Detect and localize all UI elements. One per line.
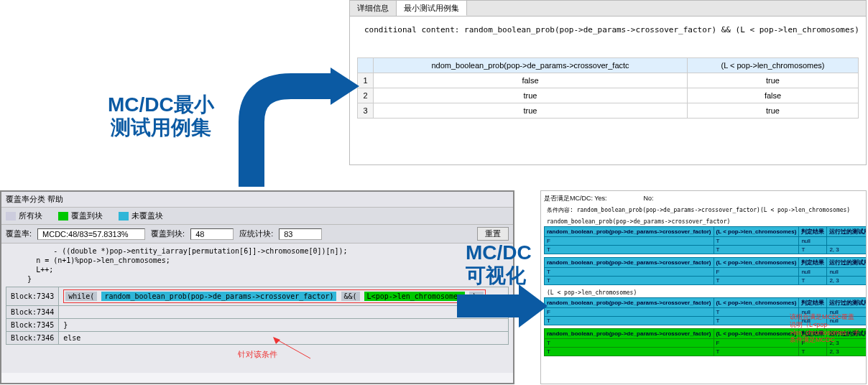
block-label: Block:7345 (6, 319, 59, 332)
table-row: 1 false true (358, 73, 859, 88)
source-area: - ((double *)pop->entity_iarray[permutat… (1, 243, 513, 373)
testcase-table: ndom_boolean_prob(pop->de_params->crosso… (357, 57, 859, 119)
vis-cond: 条件内容: random_boolean_prob(pop->de_params… (547, 206, 863, 214)
cell: T (545, 317, 714, 325)
mcdc-visualization-panel: 是否满足MC/DC: Yes: No: 条件内容: random_boolean… (540, 190, 867, 384)
cell: 2, 3 (827, 348, 867, 356)
cell: T (545, 339, 714, 348)
cell: F (545, 237, 714, 246)
th: 判定结果 (799, 258, 827, 268)
block-row: Block:7345 } (6, 319, 509, 332)
label-line: MC/DC (466, 241, 532, 264)
cell: T (545, 277, 714, 285)
minimal-testcase-panel: 详细信息 最小测试用例集 conditional content: random… (349, 0, 867, 165)
src-line: - ((double *)pop->entity_iarray[permutat… (6, 246, 509, 256)
src-line: L++; (6, 265, 509, 274)
th: random_boolean_prob(pop->de_params->cros… (545, 227, 714, 237)
cell: T (799, 246, 827, 254)
cell: false (688, 88, 859, 103)
block-label: Block:7343 (6, 287, 59, 306)
block-row: Block:7346 else (6, 332, 509, 345)
callout-text: 针对该条件 (6, 349, 509, 360)
cond2: L<pop->len_chromosomes (364, 292, 465, 301)
block-cond: while( random_boolean_prob(pop->de_param… (59, 287, 509, 306)
while-prefix: while( (65, 292, 97, 301)
th: random_boolean_prob(pop->de_params->cros… (545, 258, 714, 268)
legend-covered-swatch (58, 212, 68, 221)
covered-value: 48 (190, 228, 234, 240)
cell: T (714, 277, 799, 285)
block-label: Block:7346 (6, 332, 59, 345)
reset-button[interactable]: 重置 (477, 227, 509, 241)
table-row: 3 true true (358, 103, 859, 119)
cell: F (714, 268, 799, 277)
cell: T (545, 246, 714, 254)
cell: T (799, 348, 827, 356)
th: random_boolean_prob(pop->de_params->cros… (545, 298, 714, 308)
th: 判定结果 (799, 298, 827, 308)
covered-label: 覆盖到块: (151, 228, 185, 239)
tab-detail[interactable]: 详细信息 (350, 1, 397, 16)
block-row: Block:7343 while( random_boolean_prob(po… (6, 287, 509, 306)
conditional-label: conditional content: (364, 25, 459, 34)
coverage-panel: 覆盖率分类 帮助 所有块 覆盖到块 未覆盖块 覆盖率: MCDC:48/83=5… (0, 190, 514, 384)
cell: T (714, 348, 799, 356)
total-label: 应统计块: (239, 228, 273, 239)
label-line: 测试用例集 (108, 116, 214, 139)
cell: null (827, 268, 867, 277)
rate-value: MCDC:48/83=57.8313% (37, 228, 145, 240)
svg-rect-2 (457, 294, 519, 317)
vis-cond-label: 条件内容: (547, 207, 573, 213)
conditional-expr: random_boolean_prob(pop->de_params->cros… (464, 25, 859, 34)
cell: true (688, 103, 859, 119)
svg-marker-3 (519, 284, 548, 328)
cell: 2, 3 (827, 277, 867, 285)
th: 运行过的测试用例 (827, 227, 867, 237)
th: 判定结果 (799, 227, 827, 237)
arrow-right-icon (457, 284, 548, 328)
cell: true (688, 73, 859, 88)
legend-all: 所有块 (19, 211, 42, 220)
block-text: else (59, 332, 509, 345)
vis-note: 该组合满足MCDC覆盖 说明（L<pop->len_chromosomes）子条… (790, 313, 862, 344)
vis-head-label: 是否满足MC/DC: (544, 195, 593, 202)
th-cond1: ndom_boolean_prob(pop->de_params->crosso… (374, 58, 688, 73)
cell: false (374, 73, 688, 88)
total-value: 83 (279, 228, 322, 240)
mini-table-1: random_boolean_prob(pop->de_params->cros… (544, 226, 867, 254)
coverage-stats: 覆盖率: MCDC:48/83=57.8313% 覆盖到块: 48 应统计块: … (1, 225, 513, 243)
th: 运行过的测试用例 (827, 258, 867, 268)
coverage-menu[interactable]: 覆盖率分类 帮助 (1, 192, 513, 208)
op-and: &&( (341, 292, 360, 301)
cell: F (714, 339, 799, 348)
vis-cond-text: random_boolean_prob(pop->de_params->cros… (577, 207, 851, 213)
cell: null (799, 268, 827, 277)
th: 运行过的测试用例 (827, 298, 867, 308)
tab-min-testcases[interactable]: 最小测试用例集 (397, 1, 467, 16)
mini-table-2: random_boolean_prob(pop->de_params->cros… (544, 257, 867, 285)
legend-all-swatch (6, 212, 16, 221)
src-line: n = (n+1)%pop->len_chromosomes; (6, 256, 509, 265)
block-text: } (59, 319, 509, 332)
rate-label: 覆盖率: (6, 228, 32, 239)
legend-uncovered-swatch (119, 212, 129, 221)
yes-label: Yes: (594, 195, 606, 202)
conditional-content: conditional content: random_boolean_prob… (350, 17, 866, 37)
cell: true (374, 103, 688, 119)
th: (L < pop->len_chromosomes) (714, 329, 799, 339)
no-label: No: (644, 195, 654, 202)
block-row: Block:7344 (6, 306, 509, 319)
label-line: MC/DC最小 (108, 93, 214, 116)
th: (L < pop->len_chromosomes) (714, 227, 799, 237)
block-table: Block:7343 while( random_boolean_prob(po… (6, 287, 509, 345)
cell: T (714, 237, 799, 246)
label-mcdc-vis: MC/DC 可视化 (466, 241, 532, 287)
cell: 2, 3 (827, 246, 867, 254)
vis-header: 是否满足MC/DC: Yes: No: (544, 194, 863, 203)
coverage-legend: 所有块 覆盖到块 未覆盖块 (1, 208, 513, 225)
legend-covered: 覆盖到块 (71, 211, 103, 220)
cell: T (545, 348, 714, 356)
svg-marker-1 (331, 68, 359, 105)
cell: T (545, 268, 714, 277)
th: (L < pop->len_chromosomes) (714, 258, 799, 268)
